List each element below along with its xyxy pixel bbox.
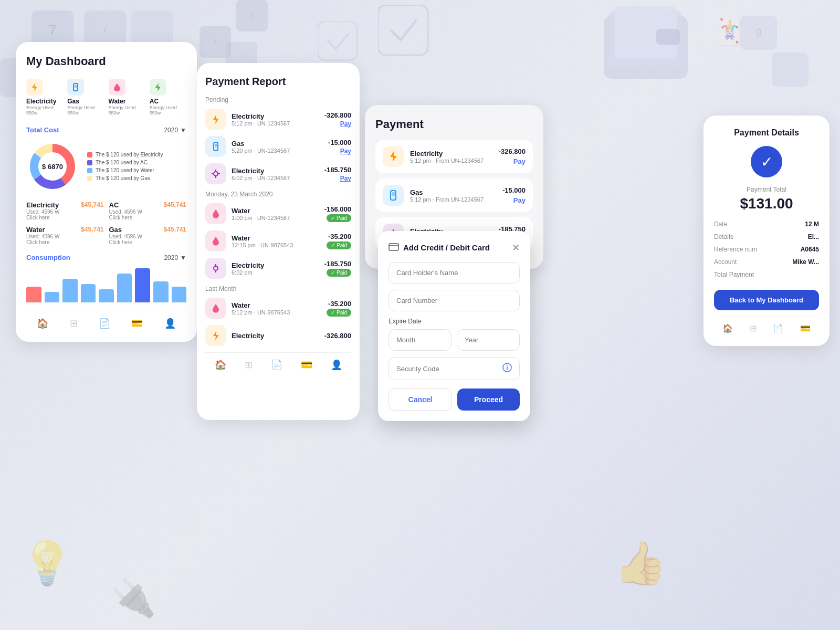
- report-water-amount-1: -156.000: [324, 205, 351, 213]
- report-nav-grid[interactable]: ⊞: [245, 359, 253, 371]
- card-number-input[interactable]: [388, 290, 520, 311]
- details-nav-grid[interactable]: ⊞: [750, 323, 757, 333]
- cancel-button[interactable]: Cancel: [388, 388, 452, 411]
- card-holder-input[interactable]: [388, 262, 520, 284]
- credit-card-icon: [388, 242, 399, 254]
- utility-grid: Electricity Energy Used 550w Gas Energy …: [26, 79, 186, 116]
- report-item-elec-paid[interactable]: Electricity 6:02 pm -185.750 ✓ Paid: [205, 258, 351, 279]
- utility-item-ac[interactable]: AC Energy Used 550w: [150, 79, 186, 116]
- utility-item-electricity[interactable]: Electricity Energy Used 550w: [26, 79, 63, 116]
- svg-marker-26: [213, 331, 219, 340]
- report-item-water-2[interactable]: Water 12:15 pm · UN-9876543 -35.200 ✓ Pa…: [205, 230, 351, 251]
- stat-ac-click: Click here: [109, 215, 187, 220]
- bar-chart: [26, 266, 186, 302]
- report-title: Payment Report: [205, 76, 351, 88]
- nav-user-icon[interactable]: 👤: [164, 318, 176, 329]
- stat-gas-amount: $45,741: [164, 226, 186, 234]
- report-water-name-lm: Water: [232, 301, 321, 309]
- report-item-info-1: Electricity 5:12 pm · UN-1234567: [232, 112, 319, 127]
- add-card-modal: Add Credit / Debit Card ✕ Expire Date i …: [378, 231, 530, 421]
- year-value: 2020: [164, 127, 178, 134]
- month-input[interactable]: [388, 329, 452, 351]
- payment-details-card: Payment Details ✓ Payment Total $131.00 …: [704, 116, 830, 346]
- payment-item-gas-1[interactable]: Gas 5:12 pm · From UN-1234567 -15.000 Pa…: [375, 178, 533, 212]
- legend-label-water: The $ 120 used by Water: [96, 167, 154, 173]
- pay-link-1[interactable]: Pay: [340, 120, 351, 128]
- report-item-water-lastmonth[interactable]: Water 5:12 pm · UN-9876543 -35.200 ✓ Pai…: [205, 298, 351, 319]
- payment-total-label: Payment Total: [714, 186, 819, 193]
- report-electricity-name-1: Electricity: [232, 112, 319, 120]
- legend: The $ 120 used by Electricity The $ 120 …: [87, 152, 163, 181]
- legend-label-gas: The $ 120 used by Gas: [96, 175, 150, 181]
- chevron-down-icon: ▼: [180, 127, 186, 134]
- paid-badge-water-2: ✓ Paid: [327, 242, 351, 249]
- nav-grid-icon[interactable]: ⊞: [70, 318, 78, 329]
- pay-link-2[interactable]: Pay: [340, 175, 351, 182]
- report-electricity-icon-2: [205, 163, 226, 184]
- nav-home-icon[interactable]: 🏠: [37, 318, 48, 329]
- payment-pay-link-1[interactable]: Pay: [513, 158, 526, 165]
- pay-link-gas-1[interactable]: Pay: [340, 148, 351, 155]
- payment-pay-link-gas-1[interactable]: Pay: [513, 196, 526, 204]
- payment-gas-name-1: Gas: [410, 188, 496, 196]
- details-nav-card[interactable]: 💳: [800, 323, 811, 333]
- bar-3: [62, 279, 78, 302]
- payment-item-elec-1[interactable]: Electricity 5:12 pm · From UN-1234567 -3…: [375, 140, 533, 173]
- proceed-button[interactable]: Proceed: [457, 388, 520, 411]
- paid-badge-water-1: ✓ Paid: [327, 214, 351, 222]
- report-electricity-paid-sub: 6:02 pm: [232, 269, 319, 276]
- legend-label-electricity: The $ 120 used by Electricity: [96, 152, 163, 158]
- utility-item-water[interactable]: Water Energy Used 550w: [109, 79, 145, 116]
- stat-electricity-click: Click here: [26, 215, 104, 220]
- report-water-amount-2: -35.200: [328, 233, 351, 240]
- back-to-dashboard-button[interactable]: Back to My Dashboard: [714, 290, 819, 310]
- report-item-elec-1[interactable]: Electricity 5:12 pm · UN-1234567 -326.80…: [205, 109, 351, 130]
- report-water-sub-2: 12:15 pm · UN-9876543: [232, 242, 321, 248]
- details-nav-home[interactable]: 🏠: [722, 323, 733, 333]
- report-amount-2: -185.750: [324, 166, 351, 174]
- report-item-elec-2[interactable]: Electricity 6:02 pm · UN-1234567 -185.75…: [205, 163, 351, 184]
- total-cost-header: Total Cost 2020 ▼: [26, 126, 186, 134]
- consumption-chevron-icon: ▼: [180, 254, 186, 261]
- stat-electricity[interactable]: Electricity $45,741 Used: 4596 W Click h…: [26, 201, 104, 220]
- svg-marker-6: [32, 83, 37, 91]
- details-label: Details: [714, 233, 733, 240]
- ref-value: A0645: [801, 246, 819, 253]
- report-item-gas-1[interactable]: Gas 5:20 pm · UN-1234567 -15.000 Pay: [205, 136, 351, 157]
- report-nav-doc[interactable]: 📄: [271, 359, 282, 371]
- report-item-water-1[interactable]: Water 1:00 pm · UN-1234567 -156.000 ✓ Pa…: [205, 203, 351, 224]
- stat-ac[interactable]: AC $45,741 Used: 4596 W Click here: [109, 201, 187, 220]
- legend-dot-water: [87, 168, 92, 173]
- utility-item-gas[interactable]: Gas Energy Used 550w: [67, 79, 104, 116]
- donut-chart: $ 6870: [26, 140, 79, 193]
- year-input[interactable]: [457, 329, 520, 351]
- payment-elec-amount-1: -326.800: [499, 148, 526, 155]
- dashboard-title: My Dashboard: [26, 55, 186, 68]
- stat-water[interactable]: Water $45,741 Used: 4596 W Click here: [26, 226, 104, 245]
- details-nav-doc[interactable]: 📄: [773, 323, 783, 333]
- check-circle: ✓: [751, 146, 782, 177]
- modal-close-button[interactable]: ✕: [512, 242, 520, 254]
- year-selector[interactable]: 2020 ▼: [164, 127, 186, 134]
- security-code-input[interactable]: [396, 365, 498, 373]
- report-nav-user[interactable]: 👤: [331, 359, 342, 371]
- report-item-info-water-1: Water 1:00 pm · UN-1234567: [232, 207, 319, 221]
- report-nav-card[interactable]: 💳: [301, 359, 312, 371]
- paid-badge-elec: ✓ Paid: [327, 269, 351, 277]
- nav-doc-icon[interactable]: 📄: [99, 318, 110, 329]
- payment-gas-sub-1: 5:12 pm · From UN-1234567: [410, 196, 496, 203]
- report-item-elec-lm[interactable]: Electricity -326.800: [205, 325, 351, 346]
- donut-section: $ 6870 The $ 120 used by Electricity The…: [26, 140, 186, 193]
- report-nav-home[interactable]: 🏠: [215, 359, 226, 371]
- consumption-year-selector[interactable]: 2020 ▼: [164, 254, 186, 261]
- stat-gas[interactable]: Gas $45,741 Used: 4596 W Click here: [109, 226, 187, 245]
- report-electricity-paid: Electricity: [232, 261, 319, 269]
- nav-card-icon[interactable]: 💳: [131, 318, 143, 329]
- stat-ac-used: Used: 4596 W: [109, 209, 187, 215]
- bar-2: [45, 292, 60, 302]
- stat-electricity-amount: $45,741: [81, 201, 103, 209]
- water-value: 550w: [109, 110, 120, 116]
- report-gas-sub-1: 5:20 pm · UN-1234567: [232, 148, 323, 154]
- report-item-info-water-2: Water 12:15 pm · UN-9876543: [232, 234, 321, 248]
- bar-4: [81, 284, 96, 302]
